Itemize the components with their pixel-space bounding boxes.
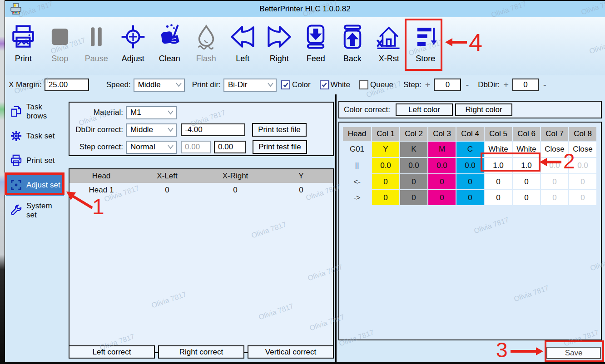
toolbar-button-adjust[interactable]: Adjust [115, 24, 152, 64]
back-icon [339, 24, 366, 50]
color-cell[interactable]: Y [372, 142, 399, 157]
right-correct-button[interactable]: Right correct [158, 345, 244, 359]
value-cell[interactable]: 0 [485, 174, 512, 189]
save-button[interactable]: Save [546, 347, 601, 359]
value-cell[interactable]: 0 [456, 174, 484, 189]
col-header: Y [269, 169, 333, 183]
desktop-edge [0, 0, 5, 364]
value-cell[interactable]: 0.0 [456, 158, 484, 173]
col-header: Col 8 [569, 127, 596, 141]
print-test-file-button-2[interactable]: Print test file [253, 140, 307, 154]
print-icon [10, 24, 36, 50]
toolbar-button-clean[interactable]: Clean [151, 24, 188, 64]
toolbar-button-x-rst[interactable]: X-Rst [371, 24, 407, 64]
dbdir-input[interactable]: 0 [512, 79, 539, 91]
color-cell[interactable]: C [456, 142, 484, 157]
toolbar-button-flash: Flash [188, 24, 225, 64]
step-correct-input-2[interactable]: 0.00 [214, 141, 246, 153]
speed-select[interactable]: Middle [134, 79, 185, 92]
tasks-icon [10, 105, 22, 118]
feed-icon [302, 24, 329, 50]
left-color-button[interactable]: Left color [396, 103, 453, 116]
value-cell[interactable]: 0.0 [400, 158, 427, 173]
stop-icon [47, 24, 73, 50]
print-dir-select[interactable]: Bi-Dir [223, 79, 277, 92]
material-select[interactable]: M1 [126, 106, 177, 119]
queue-checkbox-label: Queue [370, 80, 393, 89]
value-cell[interactable]: 0 [400, 190, 427, 205]
col-header: Col 2 [400, 127, 427, 141]
value-cell[interactable]: 0 [485, 190, 512, 205]
col-header: Col 5 [485, 127, 512, 141]
sidebar-item-system-set[interactable]: System set [6, 200, 64, 221]
step-correct-label: Step correct: [69, 143, 123, 152]
toolbar-button-left[interactable]: Left [224, 24, 261, 64]
step-correct-select[interactable]: Normal [126, 141, 177, 154]
value-cell[interactable]: 0.0 [372, 158, 399, 173]
toolbar-label: Pause [85, 54, 108, 64]
right-color-button[interactable]: Right color [455, 103, 512, 116]
value-cell[interactable]: 0 [513, 174, 540, 189]
white-checkbox[interactable] [320, 80, 329, 89]
toolbar-label: Stop [51, 54, 68, 64]
vertical-correct-button[interactable]: Vertical correct [248, 345, 334, 359]
correction-buttons: Left correct Right correct Vertical corr… [69, 345, 334, 359]
chevron-down-icon [268, 83, 273, 87]
left-correct-button[interactable]: Left correct [69, 345, 155, 359]
toolbar-button-print[interactable]: Print [5, 24, 42, 64]
sidebar-item-adjust-set[interactable]: Adjust set [6, 174, 64, 196]
step-minus-button[interactable]: - [466, 80, 469, 90]
print-dir-label: Print dir: [192, 80, 221, 89]
col-header: Col 4 [456, 127, 484, 141]
color-cell[interactable]: Close [569, 142, 596, 157]
print-test-file-button[interactable]: Print test file [252, 123, 307, 137]
value-cell[interactable]: 0 [372, 190, 399, 205]
value-cell[interactable]: 0 [428, 190, 456, 205]
color-cell[interactable]: White [513, 142, 540, 157]
value-cell[interactable]: 1.0 [485, 158, 512, 173]
store-icon [412, 24, 439, 50]
sidebar-item-task-set[interactable]: Task set [6, 125, 64, 147]
head-table-box: Head X-Left X-Right Y Head 1 0 0 0 [69, 168, 334, 353]
color-cell[interactable]: M [428, 142, 456, 157]
sidebar: Task brows Task set Print set [5, 94, 64, 362]
value-cell[interactable]: 0 [456, 190, 484, 205]
toolbar-button-back[interactable]: Back [334, 24, 371, 64]
value-cell[interactable]: 0 [513, 190, 540, 205]
step-input[interactable]: 0 [434, 79, 461, 91]
value-cell: 0 [569, 190, 596, 205]
color-cell[interactable]: White [485, 142, 512, 157]
value-cell[interactable]: 0 [400, 174, 427, 189]
flash-icon [193, 24, 219, 50]
dbdir-correct-select[interactable]: Middle [126, 123, 177, 137]
color-checkbox[interactable] [281, 80, 290, 89]
clean-icon [156, 24, 183, 50]
arrow-right-icon [266, 24, 293, 50]
toolbar-button-right[interactable]: Right [261, 24, 298, 64]
toolbar-button-feed[interactable]: Feed [298, 24, 334, 64]
x-margin-input[interactable]: 25.00 [45, 79, 89, 91]
white-checkbox-label: White [331, 80, 350, 89]
adjust-icon [120, 24, 146, 50]
step-plus-button[interactable]: + [425, 80, 431, 90]
color-cell[interactable]: K [400, 142, 427, 157]
toolbar-label: X-Rst [379, 54, 399, 64]
value-cell[interactable]: 0 [428, 174, 456, 189]
material-label: Material: [69, 108, 123, 117]
value-cell[interactable]: 1.0 [513, 158, 540, 173]
settings-bar: X Margin: 25.00 Speed: Middle Print dir:… [5, 75, 605, 94]
toolbar-button-store[interactable]: Store [407, 24, 444, 64]
head-table-row[interactable]: Head 1 0 0 0 [69, 183, 333, 197]
dbdir-minus-button[interactable]: - [543, 80, 546, 90]
value-cell[interactable]: 0 [372, 174, 399, 189]
pause-icon [83, 24, 109, 50]
sidebar-item-print-set[interactable]: Print set [6, 150, 64, 171]
queue-checkbox[interactable] [359, 80, 368, 89]
dbdir-correct-input[interactable]: -4.00 [181, 123, 245, 136]
color-correct-label: Color correct: [344, 105, 390, 114]
dbdir-plus-button[interactable]: + [503, 80, 509, 90]
toolbar-label: Feed [307, 54, 325, 64]
sidebar-item-task-brows[interactable]: Task brows [6, 101, 64, 122]
value-cell[interactable]: 0.0 [428, 158, 456, 173]
color-cell[interactable]: Close [541, 142, 568, 157]
